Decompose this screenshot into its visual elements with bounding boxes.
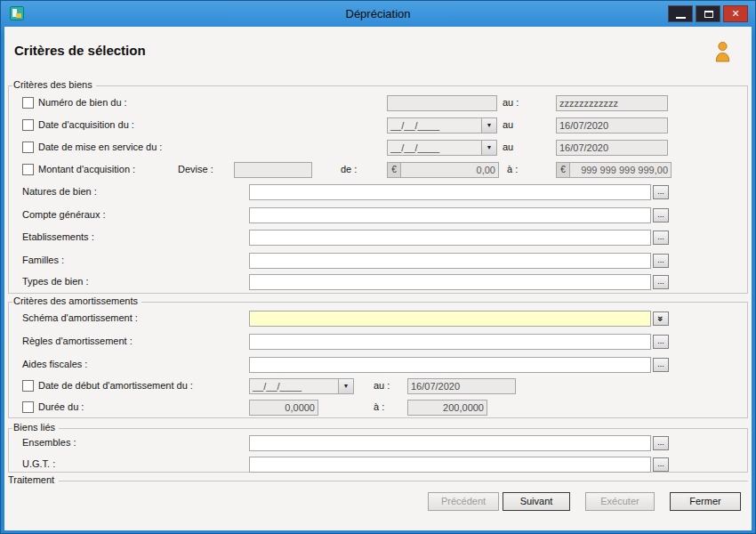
- maximize-icon: [704, 11, 713, 18]
- combo-date-acquisition-value: __/__/____: [388, 118, 481, 133]
- label-types-de-bien: Types de bien :: [22, 276, 89, 287]
- label-date-mise-en-service: Date de mise en service du :: [38, 142, 162, 153]
- depreciation-window: Dépréciation ✕ Critères de sélection Cri…: [0, 0, 756, 534]
- titlebar[interactable]: Dépréciation ✕: [1, 1, 755, 27]
- input-montant-a: € 999 999 999 999,00: [556, 162, 672, 178]
- input-duree-du: [249, 400, 318, 416]
- window-controls: ✕: [668, 5, 748, 22]
- checkbox-montant-acquisition[interactable]: [22, 164, 34, 175]
- label-date-debut-amortissement: Date de début d'amortissement du :: [38, 380, 193, 392]
- browse-types-button[interactable]: ...: [653, 275, 669, 289]
- input-types-de-bien[interactable]: [249, 274, 651, 290]
- input-date-debut-au: [407, 378, 516, 394]
- browse-aides-button[interactable]: ...: [653, 358, 669, 372]
- checkbox-date-debut-amortissement[interactable]: [22, 380, 34, 392]
- input-compte-generaux[interactable]: [249, 207, 651, 223]
- combo-date-debut-du: __/__/____ ▼: [249, 378, 354, 394]
- group-biens-lies-legend: Biens liés: [12, 422, 59, 433]
- input-aides-fiscales[interactable]: [249, 357, 651, 373]
- input-duree-a: [407, 400, 487, 416]
- fermer-button[interactable]: Fermer: [670, 492, 741, 511]
- label-natures-de-bien: Natures de bien :: [22, 186, 97, 198]
- label-acquisition-au: au: [503, 119, 513, 131]
- input-familles[interactable]: [249, 253, 651, 269]
- executer-button: Exécuter: [585, 492, 655, 511]
- combo-date-acquisition-du: __/__/____ ▼: [387, 117, 497, 134]
- browse-ugt-button[interactable]: ...: [653, 457, 669, 472]
- input-ugt[interactable]: [249, 457, 651, 473]
- browse-etablissements-button[interactable]: ...: [653, 231, 669, 245]
- label-duree-a: à :: [374, 401, 384, 413]
- label-mise-en-service-au: au: [503, 142, 513, 153]
- group-criteres-amortissements-legend: Critères des amortissements: [12, 295, 141, 306]
- label-familles: Familles :: [22, 255, 64, 266]
- input-schema-amortissement[interactable]: [249, 311, 651, 327]
- window-title: Dépréciation: [1, 7, 755, 20]
- checkbox-date-mise-en-service[interactable]: [22, 142, 34, 153]
- label-montant-de: de :: [341, 164, 357, 175]
- expand-schema-button[interactable]: »: [653, 312, 669, 326]
- input-etablissements[interactable]: [249, 230, 651, 246]
- dropdown-arrow-icon[interactable]: ▼: [481, 118, 496, 133]
- label-montant-a: à :: [507, 164, 518, 175]
- label-numero-bien: Numéro de bien du :: [38, 97, 127, 109]
- page-title: Critères de sélection: [14, 43, 146, 58]
- precedent-button: Précédent: [428, 492, 499, 511]
- checkbox-numero-bien[interactable]: [22, 97, 34, 109]
- group-criteres-biens-legend: Critères des biens: [12, 79, 96, 90]
- minimize-icon: [676, 17, 686, 19]
- input-date-acquisition-au: [556, 117, 668, 134]
- browse-comptes-button[interactable]: ...: [653, 208, 669, 222]
- input-montant-de: € 0,00: [387, 162, 499, 178]
- label-devise: Devise :: [178, 164, 213, 175]
- label-duree-du: Durée du :: [38, 401, 84, 413]
- browse-regles-button[interactable]: ...: [653, 335, 669, 349]
- euro-icon: €: [557, 163, 570, 177]
- combo-date-mise-en-service-value: __/__/____: [388, 141, 481, 155]
- label-etablissements: Etablissements :: [22, 231, 94, 243]
- montant-a-value: 999 999 999 999,00: [570, 163, 671, 177]
- combo-date-mise-en-service-du: __/__/____ ▼: [387, 140, 497, 156]
- input-numero-bien-du: [387, 95, 497, 111]
- label-regles-amortissement: Règles d'amortissement :: [22, 336, 133, 347]
- label-montant-acquisition: Montant d'acquisition :: [38, 164, 135, 175]
- user-wizard-icon[interactable]: [715, 41, 730, 62]
- minimize-button[interactable]: [668, 5, 693, 22]
- traitement-divider: [59, 481, 748, 481]
- maximize-button[interactable]: [696, 5, 720, 22]
- dropdown-arrow-icon[interactable]: ▼: [481, 141, 496, 155]
- label-ugt: U.G.T. :: [22, 458, 55, 470]
- input-devise: [234, 162, 312, 178]
- label-numero-au: au :: [503, 97, 519, 109]
- suivant-button[interactable]: Suivant: [503, 492, 570, 511]
- browse-ensembles-button[interactable]: ...: [653, 436, 669, 450]
- input-date-mise-en-service-au: [556, 140, 668, 156]
- close-button[interactable]: ✕: [723, 5, 748, 22]
- label-schema-amortissement: Schéma d'amortissement :: [22, 312, 138, 324]
- checkbox-date-acquisition[interactable]: [22, 119, 34, 131]
- combo-date-debut-value: __/__/____: [250, 379, 338, 393]
- input-ensembles[interactable]: [249, 435, 651, 451]
- browse-natures-button[interactable]: ...: [653, 185, 669, 199]
- input-regles-amortissement[interactable]: [249, 334, 651, 350]
- input-natures-de-bien[interactable]: [249, 184, 651, 200]
- checkbox-duree[interactable]: [22, 401, 34, 413]
- euro-icon: €: [388, 163, 401, 177]
- traitement-section: Traitement: [8, 474, 748, 485]
- dropdown-arrow-icon[interactable]: ▼: [338, 379, 353, 393]
- label-date-acquisition: Date d'acquisition du :: [38, 119, 134, 131]
- traitement-label: Traitement: [8, 474, 54, 485]
- input-numero-bien-au: [556, 95, 668, 111]
- dialog-body: Critères de sélection Critères des biens…: [4, 27, 752, 530]
- browse-familles-button[interactable]: ...: [653, 254, 669, 268]
- label-date-debut-au: au :: [374, 380, 390, 392]
- label-compte-generaux: Compte généraux :: [22, 209, 106, 221]
- montant-de-value: 0,00: [401, 163, 498, 177]
- label-ensembles: Ensembles :: [22, 437, 76, 449]
- double-chevron-down-icon: »: [655, 316, 667, 321]
- label-aides-fiscales: Aides fiscales :: [22, 359, 87, 370]
